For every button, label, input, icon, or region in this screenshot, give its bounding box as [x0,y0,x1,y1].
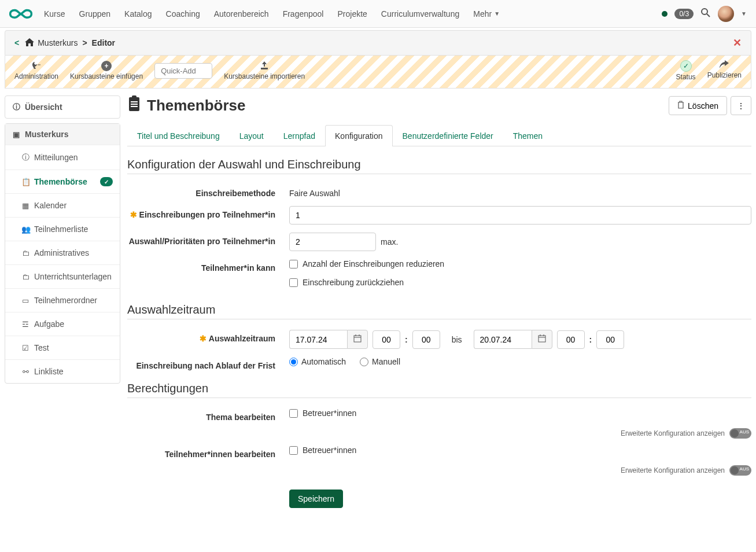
back-chevron-icon[interactable]: < [14,38,19,47]
supervisors-participants-checkbox[interactable] [289,446,298,455]
sidebar-item-themenboerse[interactable]: 📋 Themenbörse ✓ [5,170,120,193]
save-button[interactable]: Speichern [289,490,343,508]
reduce-checkbox-row[interactable]: Anzahl der Einschreibungen reduzieren [289,259,444,268]
nav-curriculum[interactable]: Curriculumverwaltung [381,9,459,19]
sidebar-item-administratives[interactable]: 🗀 Administratives [5,241,120,264]
nav-more[interactable]: Mehr ▼ [473,9,500,19]
hour-from-input[interactable] [373,330,400,349]
calendar-from-button[interactable] [347,330,368,349]
tab-title[interactable]: Titel und Beschreibung [127,125,230,146]
logo[interactable] [9,7,32,21]
users-icon: 👥 [21,225,29,234]
share-arrow-icon [720,60,729,70]
folder-icon: 🗀 [21,249,29,257]
sidebar-item-teilnehmerliste[interactable]: 👥 Teilnehmerliste [5,217,120,241]
close-icon[interactable]: ✕ [733,36,742,49]
more-actions-button[interactable]: ⋮ [731,96,751,115]
nav-kurse[interactable]: Kurse [44,9,65,19]
priorities-suffix: max. [381,237,398,246]
required-asterisk-icon: ✱ [200,334,206,343]
toggle-off-text: AUS [740,466,749,472]
toolbar-insert-label: Kursbausteine einfügen [70,72,143,80]
sidebar-course-header[interactable]: ▣ Musterkurs [5,124,120,145]
min-to-input[interactable] [596,330,624,349]
tabs: Titel und Beschreibung Layout Lernpfad K… [127,125,751,146]
breadcrumb-current: Editor [92,38,115,47]
manual-radio[interactable] [360,358,368,366]
between-text: bis [452,335,462,344]
sidebar-item-unterricht[interactable]: 🗀 Unterrichtsunterlagen [5,264,120,288]
svg-line-1 [707,14,710,17]
sidebar-item-aufgabe[interactable]: ☲ Aufgabe [5,312,120,336]
enrollments-label: ✱Einschreibungen pro Teilnehmer*in [127,206,289,219]
nav-coaching[interactable]: Coaching [166,9,200,19]
priorities-input[interactable] [289,233,376,251]
sidebar: ⓘ Übersicht ▣ Musterkurs ⓘ Mitteilungen … [5,95,120,508]
tab-custom-fields[interactable]: Benutzerdefinierte Felder [393,125,503,146]
upload-icon [260,61,269,71]
toolbar-import-block[interactable]: Kursbausteine importieren [224,61,305,80]
breadcrumb: < Musterkurs > Editor ✕ [5,30,751,56]
tab-themen[interactable]: Themen [503,125,552,146]
link-icon: ⚯ [21,367,29,376]
nav-gruppen[interactable]: Gruppen [79,9,110,19]
tab-layout[interactable]: Layout [230,125,274,146]
breadcrumb-separator: > [82,38,87,47]
section-divider [127,174,751,174]
plus-circle-icon: + [101,61,112,71]
supervisors-topic-checkbox[interactable] [289,409,298,418]
quick-add-input[interactable] [154,63,212,79]
tab-lernpfad[interactable]: Lernpfad [274,125,325,146]
section-divider [127,319,751,319]
sidebar-item-linkliste[interactable]: ⚯ Linkliste [5,359,120,383]
advanced-toggle-topic[interactable]: AUS [729,428,751,439]
toolbar-status[interactable]: ✓ Status [676,60,696,81]
date-to-input[interactable] [474,330,532,349]
toolbar-insert-block[interactable]: + Kursbausteine einfügen [70,61,143,80]
toolbar-administration[interactable]: Administration [14,61,58,80]
auto-radio[interactable] [289,358,298,366]
sidebar-item-kalender[interactable]: ▦ Kalender [5,193,120,217]
toolbar-publish[interactable]: Publizieren [707,60,742,81]
auto-radio-row[interactable]: Automatisch [289,357,346,366]
check-circle-icon: ✓ [680,60,692,72]
sidebar-item-label: Teilnehmerordner [34,296,97,305]
nav-autorenbereich[interactable]: Autorenbereich [214,9,269,19]
home-icon [25,38,34,48]
sidebar-item-test[interactable]: ☑ Test [5,336,120,359]
hour-to-input[interactable] [557,330,585,349]
nav-katalog[interactable]: Katalog [124,9,152,19]
svg-rect-6 [131,106,138,107]
reduce-checkbox[interactable] [289,260,298,268]
notification-badge[interactable]: 0/3 [674,9,694,19]
advanced-toggle-participants[interactable]: AUS [729,465,751,476]
user-menu-caret-icon[interactable]: ▼ [741,10,747,17]
section-divider [127,398,751,398]
tab-konfiguration[interactable]: Konfiguration [325,125,393,146]
enrollments-input[interactable] [289,206,751,225]
nav-projekte[interactable]: Projekte [337,9,367,19]
breadcrumb-course[interactable]: Musterkurs [38,38,78,47]
date-from-input[interactable] [289,330,347,349]
search-icon[interactable] [700,8,711,20]
delete-button[interactable]: Löschen [669,96,727,115]
nav-right: 0/3 ▼ [662,6,747,22]
nav-fragenpool[interactable]: Fragenpool [283,9,324,19]
toolbar-publish-label: Publizieren [707,71,742,79]
supervisors-topic-checkbox-row[interactable]: Betreuer*innen [289,409,356,418]
sidebar-item-mitteilungen[interactable]: ⓘ Mitteilungen [5,145,120,170]
manual-radio-row[interactable]: Manuell [360,357,400,366]
min-from-input[interactable] [412,330,440,349]
supervisors-participants-checkbox-row[interactable]: Betreuer*innen [289,446,356,455]
calendar-to-button[interactable] [532,330,552,349]
withdraw-checkbox-row[interactable]: Einschreibung zurückziehen [289,278,404,287]
user-avatar[interactable] [718,6,734,22]
sidebar-item-teilnehmerordner[interactable]: ▭ Teilnehmerordner [5,288,120,312]
svg-point-0 [702,9,707,14]
sidebar-overview[interactable]: ⓘ Übersicht [5,96,120,118]
withdraw-label: Einschreibung zurückziehen [303,278,404,287]
delete-label: Löschen [688,101,718,111]
sidebar-overview-label: Übersicht [25,102,62,112]
withdraw-checkbox[interactable] [289,278,298,287]
status-dot-icon[interactable] [662,11,668,17]
